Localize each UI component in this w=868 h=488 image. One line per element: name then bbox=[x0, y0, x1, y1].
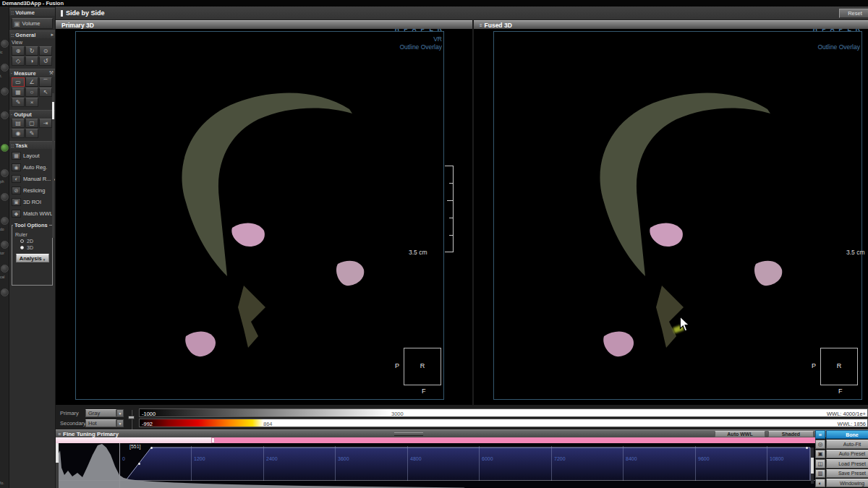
preset-button-load-preset[interactable]: ◫ Load Preset bbox=[815, 458, 868, 468]
pen-output-button[interactable]: ✎ bbox=[25, 129, 38, 138]
preset-button-auto-fit[interactable]: ◎ Auto-Fit bbox=[815, 439, 868, 448]
task-item-manual-reg[interactable]: ◐ Manual R... ▸ bbox=[12, 174, 55, 184]
ruler-tool-button[interactable]: ▭ bbox=[12, 77, 25, 87]
strip-active-tool-icon[interactable] bbox=[1, 144, 9, 152]
strip-tool-icon[interactable] bbox=[1, 40, 9, 48]
preset-button-windowing[interactable]: ◐ Windowing bbox=[815, 478, 868, 487]
ruler-icon: ▭ bbox=[15, 80, 21, 85]
volume-icon: ▣ bbox=[14, 20, 20, 27]
strip-tool-icon[interactable] bbox=[1, 87, 9, 95]
window-ramp-top-handle[interactable] bbox=[150, 447, 153, 449]
task-item-match-wwl[interactable]: ◆ Match WWL bbox=[12, 209, 55, 218]
strip-label-fragment: ph bbox=[0, 179, 4, 184]
angle-tool-button[interactable]: ∠ bbox=[25, 77, 38, 87]
annotate-tool-button[interactable]: ✎ bbox=[12, 98, 25, 107]
analysis-dropdown-icon: ▾ bbox=[43, 257, 46, 262]
orientation-compass[interactable]: P R F bbox=[404, 348, 441, 385]
primary-lut-dropdown-icon[interactable]: ▼ bbox=[116, 409, 124, 417]
fused-3d-viewport-panel: ≡ Fused 3D H F A P L R Outline Overlay bbox=[474, 20, 868, 405]
window-title: Demand3DApp - Fusion bbox=[0, 0, 868, 7]
measure-section-header[interactable]: · Measure ⚒ bbox=[9, 69, 55, 77]
strip-tool-icon[interactable] bbox=[1, 241, 9, 249]
auto-wwl-button[interactable]: Auto WWL bbox=[715, 431, 765, 437]
secondary-lut-dropdown-icon[interactable]: ▼ bbox=[116, 419, 124, 427]
capture-icon: ▢ bbox=[29, 121, 35, 127]
task-item-reslicing[interactable]: ⊘ Reslicing bbox=[12, 186, 55, 195]
sidebar-scrollbar[interactable] bbox=[52, 93, 54, 238]
window-ramp-mid-handle[interactable] bbox=[138, 463, 140, 465]
rotate-tool-button[interactable]: ↻ bbox=[25, 46, 38, 56]
reslicing-icon: ⊘ bbox=[12, 187, 21, 194]
range-overview-bar[interactable] bbox=[56, 437, 815, 443]
primary-lut-select[interactable]: Gray bbox=[85, 409, 116, 417]
reset-button[interactable]: Reset bbox=[839, 9, 868, 18]
secondary-lut-select[interactable]: Hot bbox=[85, 419, 116, 427]
histogram-right-slider-thumb[interactable] bbox=[811, 458, 814, 474]
general-section-header[interactable]: :: General ▸ bbox=[9, 30, 55, 38]
output-tool-grid: ▤ ▢ ⇥ ◉ ✎ bbox=[9, 118, 54, 140]
strip-tool-icon[interactable] bbox=[1, 288, 9, 296]
primary-3d-header[interactable]: Primary 3D bbox=[56, 20, 472, 29]
primary-3d-render-area[interactable]: H F A P L R VR Outline Overlay 3.5 cm P bbox=[56, 29, 472, 405]
strip-tool-icon[interactable] bbox=[1, 193, 9, 201]
histogram-area[interactable]: 0 1200 2400 3600 4800 6000 7200 8400 960… bbox=[59, 443, 815, 488]
orientation-letters: H F A P L R bbox=[813, 29, 861, 33]
wrench-icon[interactable]: ⚒ bbox=[49, 70, 54, 76]
histogram-right-slider[interactable] bbox=[811, 448, 814, 484]
panel-splitter-grip[interactable] bbox=[394, 432, 423, 436]
output-section-header[interactable]: · Output bbox=[9, 110, 55, 118]
grid-tool-button[interactable]: ▦ bbox=[12, 87, 25, 97]
orientation-compass[interactable]: P R F bbox=[820, 348, 858, 385]
delete-measure-button[interactable]: × bbox=[25, 98, 38, 107]
capture-output-button[interactable]: ▢ bbox=[25, 119, 38, 128]
angle-icon: ∠ bbox=[29, 80, 34, 85]
strip-tool-icon[interactable] bbox=[1, 217, 9, 225]
pointer-tool-button[interactable]: ↖ bbox=[39, 87, 52, 97]
fused-3d-header[interactable]: ≡ Fused 3D bbox=[474, 20, 868, 29]
preset-button-save-preset[interactable]: ▥ Save Preset bbox=[815, 468, 868, 478]
compass-left-letter: P bbox=[812, 362, 816, 369]
orbit-tool-button[interactable]: ◇ bbox=[12, 56, 25, 66]
preset-button-auto-preset[interactable]: ▣ Auto Preset bbox=[815, 449, 868, 458]
task-section-header[interactable]: :: Task bbox=[9, 141, 55, 149]
orientation-letters: H F A P L R bbox=[395, 29, 443, 33]
strip-tool-icon[interactable] bbox=[1, 265, 9, 273]
preset-button-bone[interactable]: ≡ Bone bbox=[815, 429, 868, 439]
fine-tuning-header[interactable]: ≡ Fine Tuning Primary Auto WWL Shaded bbox=[56, 429, 868, 437]
secondary-lut-row: Secondary Hot ▼ -992 864 WWL: 1856 bbox=[56, 419, 868, 428]
strip-tool-icon[interactable] bbox=[1, 64, 9, 72]
secondary-gradient-bar[interactable]: -992 864 WWL: 1856 bbox=[139, 419, 868, 427]
fused-viewport-border: H F A P L R Outline Overlay bbox=[493, 31, 862, 400]
primary-lut-label: Primary bbox=[60, 410, 79, 416]
strip-tool-icon[interactable] bbox=[1, 169, 9, 177]
window-plateau-right-handle[interactable] bbox=[806, 447, 808, 449]
film-output-button[interactable]: ▤ bbox=[12, 119, 25, 128]
export-output-button[interactable]: ⇥ bbox=[39, 119, 52, 128]
compass-left-letter: P bbox=[395, 362, 399, 369]
volume-section-header[interactable]: :: Volume bbox=[9, 8, 55, 16]
ellipse-tool-button[interactable]: ○ bbox=[25, 87, 38, 97]
arc-icon: ⌒ bbox=[43, 80, 48, 85]
reset-view-tool-button[interactable]: ↺ bbox=[39, 56, 52, 66]
ruler-2d-radio[interactable]: 2D bbox=[20, 239, 50, 244]
primary-gradient-bar[interactable]: -1000 3000 WWL: 4000/1e+ bbox=[139, 408, 868, 417]
expand-icon[interactable]: ▸ bbox=[51, 32, 54, 38]
primary-3d-viewport-panel: Primary 3D H F A P L R VR Outline Overla… bbox=[56, 20, 472, 405]
task-item-auto-reg[interactable]: ◉ Auto Reg. bbox=[12, 163, 55, 172]
analysis-button[interactable]: Analysis ▾ bbox=[16, 254, 49, 262]
zoom-tool-button[interactable]: ⊙ bbox=[39, 46, 52, 56]
camera-output-button[interactable]: ◉ bbox=[12, 129, 25, 138]
pan-tool-button[interactable]: ⊕ bbox=[12, 46, 25, 56]
volume-button[interactable]: ▣ Volume bbox=[12, 18, 53, 29]
ruler-3d-radio[interactable]: 3D bbox=[20, 245, 50, 250]
task-item-3d-roi[interactable]: ▣ 3D ROI bbox=[12, 197, 55, 207]
window-level-tool-button[interactable]: ◑ bbox=[25, 56, 38, 66]
sidebar-scrollbar-thumb[interactable] bbox=[52, 102, 54, 119]
strip-tool-icon[interactable] bbox=[1, 111, 9, 119]
range-overview-grip[interactable] bbox=[211, 437, 215, 443]
pointer-icon: ↖ bbox=[43, 90, 48, 95]
fused-3d-render-area[interactable]: H F A P L R Outline Overlay 3.5 cm P R bbox=[474, 29, 868, 405]
shaded-button[interactable]: Shaded bbox=[768, 431, 814, 437]
task-item-layout[interactable]: ▦ Layout bbox=[12, 151, 55, 160]
arc-tool-button[interactable]: ⌒ bbox=[39, 77, 52, 87]
